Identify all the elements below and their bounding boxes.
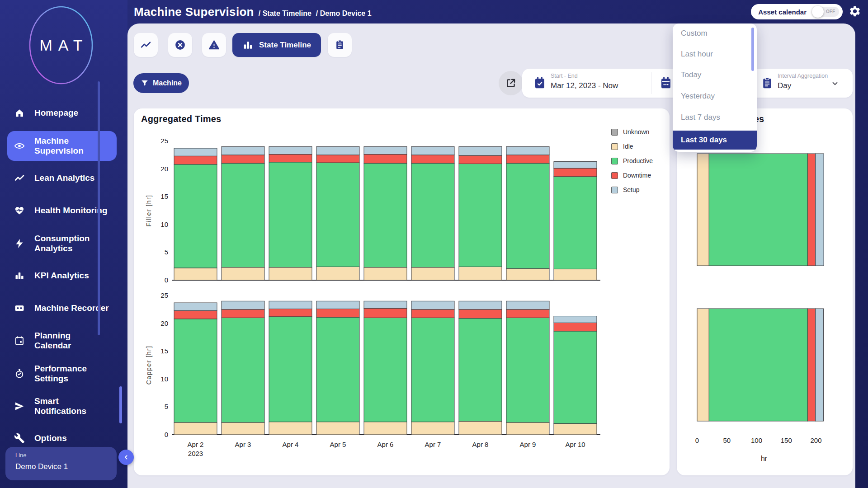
bar-segment-idle (364, 267, 407, 280)
tab-report-view[interactable] (328, 33, 352, 57)
bar-segment-setup (316, 301, 359, 309)
sidebar-item-lean-analytics[interactable]: Lean Analytics (0, 168, 127, 188)
sidebar-item-planning-calendar[interactable]: Planning Calendar (0, 326, 127, 356)
bar-segment-setup (506, 146, 549, 155)
machine-filter-button[interactable]: Machine (133, 73, 189, 93)
bar-segment-productive (709, 154, 807, 266)
trend-line-icon (14, 172, 25, 184)
sidebar-item-machine-recorder[interactable]: Machine Recorder (0, 298, 127, 318)
sidebar-item-kpi-analytics[interactable]: KPI Analytics (0, 266, 127, 286)
dropdown-item-today[interactable]: Today (673, 66, 757, 84)
dropdown-item-yesterday[interactable]: Yesterday (673, 87, 757, 106)
sidebar-scrollbar-thumb[interactable] (119, 386, 122, 423)
tab-trend-view[interactable] (134, 33, 158, 57)
sidebar-item-homepage[interactable]: Homepage (0, 103, 127, 123)
stacked-bar-charts: 0510152025Filler [hr]0510152025Capper [h… (134, 108, 670, 475)
breadcrumb-state-timeline[interactable]: / State Timeline (259, 9, 311, 18)
sidebar-item-machine-supervision[interactable]: Machine Supervision (7, 131, 117, 161)
wrench-icon (14, 432, 25, 444)
sidebar-scrollbar[interactable] (98, 81, 100, 335)
y-tick-label: 5 (165, 248, 168, 256)
x-tick-label: 150 (781, 436, 792, 444)
bar-segment-setup (269, 146, 312, 154)
bar-segment-setup (316, 146, 359, 155)
sidebar-item-options[interactable]: Options (0, 428, 127, 448)
sidebar-item-label: Health Monitoring (34, 206, 107, 216)
dropdown-scrollbar[interactable] (751, 28, 754, 71)
bar-segment-productive (411, 318, 454, 422)
dropdown-item-last-hour[interactable]: Last hour (673, 45, 757, 64)
settings-button[interactable] (848, 5, 862, 19)
bar-segment-productive (554, 177, 597, 269)
x-tick-label: Apr 7 (425, 441, 441, 448)
sidebar-item-performance-settings[interactable]: Performance Settings (0, 359, 127, 389)
horizontal-stacked-chart: 050100150200hr (677, 108, 853, 475)
bar-segment-setup (174, 148, 217, 156)
sidebar: MAT Homepage Machine Supervision Lean An… (0, 0, 127, 488)
sidebar-item-smart-notifications[interactable]: Smart Notifications (0, 391, 127, 421)
bar-segment-setup (506, 301, 549, 309)
bar-segment-productive (506, 318, 549, 422)
bar-segment-downtime (506, 310, 549, 318)
chevron-down-icon[interactable] (831, 80, 839, 88)
bar-segment-productive (709, 309, 807, 421)
bar-segment-downtime (316, 309, 359, 317)
calendar-icon (14, 335, 25, 347)
bar-segment-productive (506, 163, 549, 268)
bar-segment-setup (222, 146, 264, 155)
breadcrumb-demo-device[interactable]: / Demo Device 1 (316, 9, 372, 18)
bar-segment-downtime (364, 155, 407, 164)
warning-triangle-icon (208, 39, 220, 51)
bar-segment-productive (269, 162, 312, 267)
interval-aggregation-field[interactable]: Interval Aggregation Day (778, 73, 828, 90)
y-tick-label: 5 (165, 403, 168, 410)
bar-segment-setup (411, 301, 454, 309)
dropdown-item-last-7-days[interactable]: Last 7 days (673, 108, 757, 127)
asset-calendar-toggle-pill[interactable]: Asset calendar OFF (751, 4, 843, 19)
bar-segment-idle (222, 422, 264, 435)
funnel-icon (141, 79, 149, 87)
tab-warnings-view[interactable] (202, 33, 226, 57)
calendar-preset-icon[interactable] (659, 76, 673, 90)
x-tick-label: Apr 22023 (188, 441, 204, 457)
cassette-icon (14, 302, 25, 314)
bar-segment-idle (364, 422, 407, 435)
x-tick-label: 200 (810, 436, 821, 444)
x-tick-label: Apr 10 (565, 441, 585, 448)
bar-segment-productive (222, 318, 264, 422)
y-tick-label: 0 (165, 276, 168, 284)
sidebar-item-health-monitoring[interactable]: Health Monitoring (0, 201, 127, 221)
bar-segment-idle (697, 154, 709, 266)
calendar-check-icon (533, 76, 547, 90)
toggle-state-label: OFF (826, 9, 835, 14)
device-chip[interactable]: Line Demo Device 1 (5, 447, 117, 480)
sidebar-item-consumption-analytics[interactable]: Consumption Analytics (0, 229, 127, 258)
bar-segment-downtime (269, 155, 312, 162)
divider (651, 72, 651, 94)
dropdown-item-custom[interactable]: Custom (673, 24, 757, 43)
logo-text: MAT (29, 5, 93, 85)
bar-segment-productive (411, 163, 454, 267)
asset-calendar-label: Asset calendar (758, 8, 807, 16)
bar-segment-setup (269, 301, 312, 309)
dropdown-item-last-30-days[interactable]: Last 30 days (673, 131, 757, 150)
export-button[interactable] (499, 71, 523, 95)
bar-segment-productive (364, 318, 407, 422)
tab-errors-view[interactable] (168, 33, 192, 57)
date-range-value: Mar 12, 2023 - Now (551, 81, 618, 90)
topbar: Machine Supervision / State Timeline / D… (127, 0, 868, 23)
bar-segment-productive (364, 163, 407, 267)
bar-segment-setup (459, 301, 502, 309)
x-tick-label: Apr 9 (520, 441, 536, 448)
bar-segment-productive (459, 319, 502, 422)
sidebar-collapse-button[interactable] (118, 450, 134, 465)
date-range-field[interactable]: Start - End Mar 12, 2023 - Now (551, 73, 618, 90)
home-icon (14, 107, 25, 119)
chevron-left-icon (123, 454, 130, 461)
bar-segment-productive (459, 164, 502, 267)
asset-calendar-switch[interactable]: OFF (812, 7, 839, 17)
bar-segment-downtime (506, 155, 549, 163)
sidebar-item-label: KPI Analytics (34, 271, 89, 281)
tab-state-timeline[interactable]: State Timeline (232, 33, 321, 57)
heart-pulse-icon (14, 205, 25, 216)
